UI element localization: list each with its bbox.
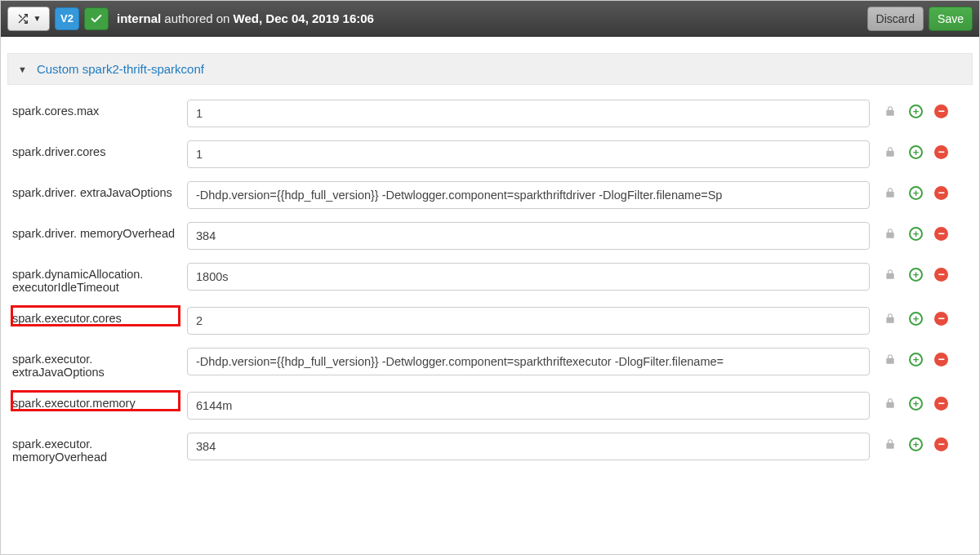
remove-icon[interactable]: −: [934, 397, 948, 411]
svg-line-2: [19, 15, 21, 17]
authored-date: Wed, Dec 04, 2019 16:06: [234, 11, 374, 25]
config-label: spark.driver. memoryOverhead: [12, 222, 179, 240]
remove-icon[interactable]: −: [934, 186, 948, 200]
config-row: spark.executor.memory+−: [7, 385, 973, 426]
row-actions: +−: [878, 307, 968, 326]
config-input[interactable]: [187, 100, 870, 127]
lock-icon[interactable]: [883, 396, 898, 411]
section-header[interactable]: ▼ Custom spark2-thrift-sparkconf: [7, 53, 973, 85]
add-icon[interactable]: +: [909, 104, 923, 118]
row-actions: +−: [878, 100, 968, 118]
row-actions: +−: [878, 263, 968, 282]
config-input[interactable]: [187, 433, 870, 460]
row-actions: +−: [878, 433, 968, 451]
config-row: spark.executor.cores+−: [7, 300, 973, 341]
section-title[interactable]: Custom spark2-thrift-sparkconf: [37, 62, 204, 76]
config-row: spark.driver. extraJavaOptions+−: [7, 175, 973, 215]
save-button[interactable]: Save: [929, 7, 973, 31]
config-input[interactable]: [187, 140, 870, 168]
remove-icon[interactable]: −: [934, 227, 948, 241]
remove-icon[interactable]: −: [934, 437, 948, 451]
config-input-wrap: [187, 392, 870, 420]
config-input-wrap: [187, 100, 870, 127]
config-input-wrap: [187, 222, 870, 250]
caret-down-icon: ▼: [18, 64, 27, 74]
version-badge[interactable]: V2: [55, 7, 79, 30]
authored-info: internal authored on Wed, Dec 04, 2019 1…: [117, 11, 374, 25]
caret-down-icon: ▼: [33, 14, 42, 23]
config-label: spark.executor. extraJavaOptions: [12, 348, 179, 379]
add-icon[interactable]: +: [909, 397, 923, 411]
config-row: spark.executor. extraJavaOptions+−: [7, 341, 973, 385]
lock-icon[interactable]: [883, 104, 898, 118]
lock-icon[interactable]: [883, 311, 898, 326]
discard-button[interactable]: Discard: [867, 7, 924, 31]
row-actions: +−: [878, 348, 968, 366]
config-input-wrap: [187, 181, 870, 209]
config-label: spark.dynamicAllocation. executorIdleTim…: [12, 263, 179, 294]
config-input-wrap: [187, 307, 870, 335]
config-input[interactable]: [187, 263, 870, 291]
config-label: spark.driver.cores: [12, 140, 179, 158]
check-icon: [90, 12, 103, 25]
lock-icon[interactable]: [883, 226, 898, 241]
config-label: spark.cores.max: [12, 100, 179, 118]
config-input[interactable]: [187, 307, 870, 335]
config-row: spark.executor. memoryOverhead+−: [7, 426, 973, 470]
remove-icon[interactable]: −: [934, 145, 948, 159]
add-icon[interactable]: +: [909, 437, 923, 451]
add-icon[interactable]: +: [909, 353, 923, 366]
add-icon[interactable]: +: [909, 268, 923, 282]
config-rows: spark.cores.max+−spark.driver.cores+−spa…: [1, 85, 979, 486]
body-area: ▼ Custom spark2-thrift-sparkconf spark.c…: [1, 37, 979, 554]
row-actions: +−: [878, 392, 968, 411]
row-actions: +−: [878, 222, 968, 241]
lock-icon[interactable]: [883, 352, 898, 366]
config-row: spark.driver.cores+−: [7, 134, 973, 175]
lock-icon[interactable]: [883, 267, 898, 282]
config-row: spark.driver. memoryOverhead+−: [7, 215, 973, 256]
config-row: spark.dynamicAllocation. executorIdleTim…: [7, 256, 973, 300]
config-label: spark.driver. extraJavaOptions: [12, 181, 179, 199]
shuffle-button[interactable]: ▼: [7, 7, 50, 31]
lock-icon[interactable]: [883, 144, 898, 159]
config-label: spark.executor. memoryOverhead: [12, 433, 179, 464]
config-input[interactable]: [187, 222, 870, 250]
add-icon[interactable]: +: [909, 312, 923, 326]
author-name: internal: [117, 11, 161, 25]
add-icon[interactable]: +: [909, 227, 923, 241]
config-input-wrap: [187, 348, 870, 375]
remove-icon[interactable]: −: [934, 268, 948, 282]
config-input-wrap: [187, 263, 870, 291]
shuffle-icon: [16, 13, 29, 24]
add-icon[interactable]: +: [909, 145, 923, 159]
remove-icon[interactable]: −: [934, 353, 948, 366]
add-icon[interactable]: +: [909, 186, 923, 200]
status-check-button[interactable]: [84, 7, 109, 30]
topbar: ▼ V2 internal authored on Wed, Dec 04, 2…: [1, 1, 979, 37]
remove-icon[interactable]: −: [934, 312, 948, 326]
config-input-wrap: [187, 433, 870, 460]
config-row: spark.cores.max+−: [7, 93, 973, 134]
app-frame: ▼ V2 internal authored on Wed, Dec 04, 2…: [0, 0, 980, 555]
row-actions: +−: [878, 181, 968, 200]
lock-icon[interactable]: [883, 437, 898, 451]
remove-icon[interactable]: −: [934, 104, 948, 118]
config-input-wrap: [187, 140, 870, 168]
config-input[interactable]: [187, 348, 870, 375]
config-input[interactable]: [187, 392, 870, 420]
config-label: spark.executor.cores: [12, 307, 179, 325]
authored-text: authored on: [161, 11, 233, 25]
config-label: spark.executor.memory: [12, 392, 179, 410]
row-actions: +−: [878, 140, 968, 159]
config-input[interactable]: [187, 181, 870, 209]
lock-icon[interactable]: [883, 185, 898, 200]
